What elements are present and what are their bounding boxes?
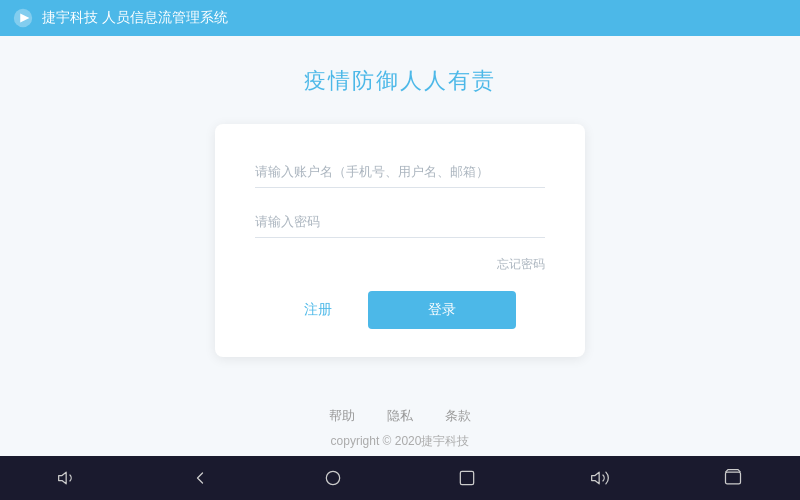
copyright-text: copyright © 2020捷宇科技 [331,433,470,450]
logo-icon [12,7,34,29]
topbar: 捷宇科技 人员信息流管理系统 [0,0,800,36]
svg-point-2 [327,471,340,484]
help-link[interactable]: 帮助 [329,407,355,425]
password-input[interactable] [255,206,545,238]
forgot-password-link[interactable]: 忘记密码 [497,256,545,273]
register-button[interactable]: 注册 [284,293,352,327]
square-icon[interactable] [447,458,487,498]
volume-icon[interactable] [47,458,87,498]
username-input[interactable] [255,156,545,188]
bottom-navbar [0,456,800,500]
login-card: 忘记密码 注册 登录 [215,124,585,357]
screenshot-icon[interactable] [713,458,753,498]
svg-rect-4 [726,472,741,484]
footer-links: 帮助 隐私 条款 [329,407,471,425]
app-title: 捷宇科技 人员信息流管理系统 [42,9,228,27]
terms-link[interactable]: 条款 [445,407,471,425]
svg-rect-3 [460,471,473,484]
main-content: 疫情防御人人有责 忘记密码 注册 登录 帮助 隐私 条款 copyright ©… [0,36,800,456]
home-icon[interactable] [313,458,353,498]
page-headline: 疫情防御人人有责 [304,66,496,96]
forgot-row: 忘记密码 [255,256,545,273]
volume-right-icon[interactable] [580,458,620,498]
back-icon[interactable] [180,458,220,498]
login-button[interactable]: 登录 [368,291,516,329]
button-row: 注册 登录 [255,291,545,329]
privacy-link[interactable]: 隐私 [387,407,413,425]
